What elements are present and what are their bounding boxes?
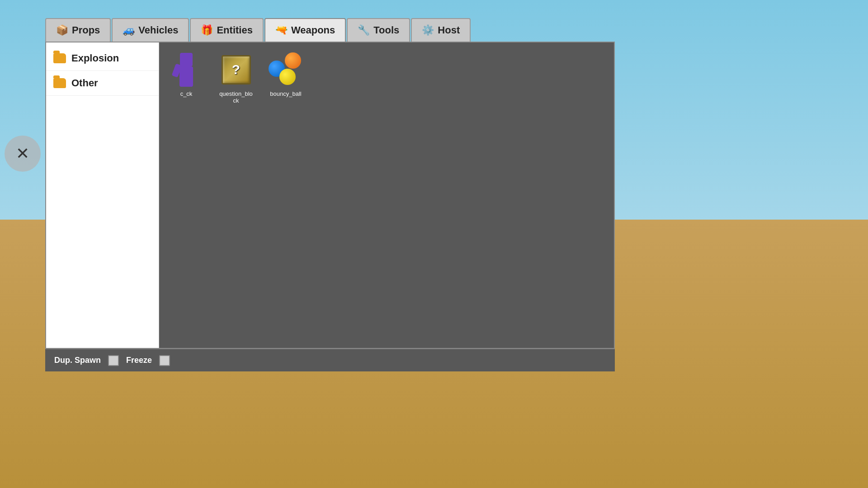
c_ck-label: c_ck (180, 90, 193, 97)
item-question-block[interactable]: question_block (213, 47, 259, 108)
sidebar: Explosion Other (46, 42, 159, 348)
dup-spawn-checkbox[interactable] (108, 355, 119, 366)
question-block-icon (218, 52, 254, 88)
c_ck-head (180, 53, 193, 66)
bouncy-ball-label: bouncy_ball (270, 90, 301, 97)
item-bouncy-ball[interactable]: bouncy_ball (263, 47, 308, 102)
c_ck-shape (173, 53, 200, 87)
tools-overlay-button[interactable]: ✕ (5, 136, 41, 172)
sidebar-label-explosion: Explosion (71, 52, 119, 64)
tools-icon: 🔧 (358, 24, 370, 36)
tab-props-label: Props (72, 24, 100, 36)
wrench-icon: ✕ (16, 144, 29, 163)
tab-props[interactable]: 📦 Props (45, 18, 111, 42)
freeze-label: Freeze (126, 356, 152, 365)
c_ck-body (179, 66, 193, 87)
tab-vehicles-label: Vehicles (138, 24, 178, 36)
tab-host[interactable]: ⚙️ Host (411, 18, 471, 42)
bouncy-ball-icon (268, 52, 304, 88)
entities-icon: 🎁 (201, 24, 213, 36)
tab-entities-label: Entities (217, 24, 252, 36)
sidebar-item-explosion[interactable]: Explosion (46, 46, 159, 71)
content-area: Explosion Other c (45, 42, 615, 349)
item-c_ck[interactable]: c_ck (164, 47, 209, 102)
c_ck-icon (168, 52, 204, 88)
items-grid: c_ck question_block (164, 47, 609, 108)
bouncy-shape (268, 52, 304, 88)
weapons-icon: 🔫 (275, 24, 288, 36)
tab-weapons-label: Weapons (291, 24, 335, 36)
ball-yellow (279, 69, 296, 85)
tab-weapons[interactable]: 🔫 Weapons (264, 18, 346, 42)
folder-icon-other (53, 78, 66, 88)
vehicles-icon: 🚙 (123, 24, 135, 36)
bottom-bar: Dup. Spawn Freeze (45, 349, 615, 371)
ball-orange (285, 52, 301, 69)
question-block-label: question_block (218, 90, 254, 104)
tab-host-label: Host (438, 24, 460, 36)
props-icon: 📦 (56, 24, 68, 36)
qblock-shape (222, 55, 251, 84)
items-area: c_ck question_block (159, 42, 614, 348)
tab-entities[interactable]: 🎁 Entities (190, 18, 263, 42)
dup-spawn-label: Dup. Spawn (54, 356, 101, 365)
tab-tools[interactable]: 🔧 Tools (347, 18, 410, 42)
tab-bar: 📦 Props 🚙 Vehicles 🎁 Entities 🔫 Weapons … (45, 18, 615, 42)
folder-icon-explosion (53, 53, 66, 63)
tab-vehicles[interactable]: 🚙 Vehicles (112, 18, 189, 42)
host-icon: ⚙️ (422, 24, 434, 36)
freeze-checkbox[interactable] (159, 355, 170, 366)
tab-tools-label: Tools (373, 24, 399, 36)
sidebar-item-other[interactable]: Other (46, 71, 159, 96)
main-panel: 📦 Props 🚙 Vehicles 🎁 Entities 🔫 Weapons … (45, 18, 615, 348)
sidebar-label-other: Other (71, 77, 98, 89)
